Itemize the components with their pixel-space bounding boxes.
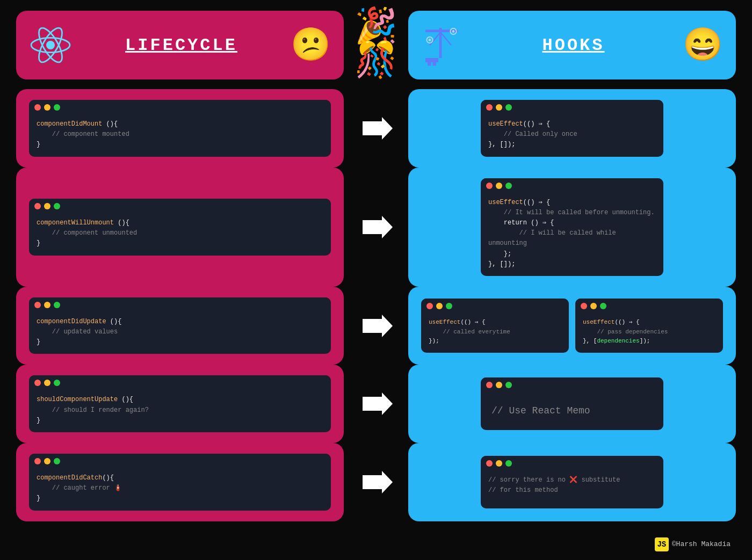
sad-emoji: 😕 (291, 25, 331, 65)
row2-hooks-code-window: useEffect(() ⇒ { // It will be called be… (481, 178, 663, 276)
row4-arrow (344, 365, 408, 443)
row4-hooks-card: // Use React Memo (408, 365, 736, 443)
tl-green-8 (505, 382, 512, 388)
row2-lifecycle-code: componentWillUnmount (){ // component un… (29, 214, 331, 256)
tl-green-3 (54, 203, 60, 209)
tl-red-8 (486, 382, 493, 388)
lifecycle-header: LIFECYCLE 😕 (16, 11, 344, 79)
svg-point-0 (46, 41, 55, 49)
traffic-lights-2 (481, 100, 663, 115)
footer-author: ©Harsh Makadia (672, 540, 731, 548)
tl-green-4 (505, 183, 512, 189)
row3-hooks-card: useEffect(() ⇒ { // called everytime });… (408, 287, 736, 365)
tl-yellow-9 (44, 458, 50, 464)
row3-lifecycle-card: componentDidUpdate (){ // updated values… (16, 287, 344, 365)
row1-lifecycle-card: componentDidMount (){ // component mount… (16, 89, 344, 168)
svg-marker-17 (363, 315, 393, 337)
svg-line-7 (440, 32, 451, 45)
svg-rect-8 (425, 58, 438, 62)
traffic-lights-4 (481, 178, 663, 193)
tl-yellow-5 (44, 302, 50, 308)
row3-hooks-code-b-window: useEffect(() ⇒ { // pass dependencies },… (575, 299, 723, 353)
row5-lifecycle-code: componentDidCatch(){ // caught error 🧯 } (29, 469, 331, 511)
row3-hooks-code-a: useEffect(() ⇒ { // called everytime }); (421, 314, 569, 353)
tl-yellow-3 (44, 203, 50, 209)
row4-lifecycle-card: shouldComponentUpdate (){ // should I re… (16, 365, 344, 443)
row2-arrow (344, 168, 408, 287)
svg-marker-19 (363, 471, 393, 493)
row1-lifecycle-code-window: componentDidMount (){ // component mount… (29, 100, 331, 157)
footer: JS ©Harsh Makadia (0, 532, 752, 557)
tl-red-7 (34, 380, 41, 386)
row3-arrow (344, 287, 408, 365)
row2-lifecycle-code-window: componentWillUnmount (){ // component un… (29, 199, 331, 256)
row1-lifecycle-code: componentDidMount (){ // component mount… (29, 115, 331, 157)
tl-yellow-4 (496, 183, 502, 189)
tl-red-9 (34, 458, 41, 464)
svg-marker-16 (363, 216, 393, 238)
lifecycle-title: LIFECYCLE (125, 35, 237, 55)
traffic-lights-8 (481, 377, 663, 392)
row4-lifecycle-code-window: shouldComponentUpdate (){ // should I re… (29, 375, 331, 432)
row3-lifecycle-code-window: componentDidUpdate (){ // updated values… (29, 297, 331, 354)
row3-dual-code: useEffect(() ⇒ { // called everytime });… (421, 299, 723, 353)
row3-hooks-code-b: useEffect(() ⇒ { // pass dependencies },… (575, 314, 723, 353)
tl-red-6a (426, 303, 433, 309)
traffic-lights-3 (29, 199, 331, 214)
traffic-lights-6a (421, 299, 569, 314)
traffic-lights-9 (29, 454, 331, 469)
hooks-title: HOOKS (542, 35, 604, 55)
row4-hooks-code-window: // Use React Memo (481, 377, 663, 430)
celebration-icons: 🎉🎊 (355, 11, 397, 79)
tl-yellow-10 (496, 460, 502, 467)
arrow-icon-4 (357, 390, 395, 417)
tl-red-6b (581, 303, 587, 309)
tl-green-6a (446, 303, 452, 309)
row1-hooks-card: useEffect(() ⇒ { // Called only once }, … (408, 89, 736, 168)
arrow-icon-5 (357, 469, 395, 496)
row1-hooks-code: useEffect(() ⇒ { // Called only once }, … (481, 115, 663, 157)
main-grid: LIFECYCLE 😕 🎉🎊 HOOKS 😄 (0, 0, 752, 532)
celebration-center: 🎉🎊 (344, 11, 408, 79)
svg-rect-10 (433, 62, 436, 66)
react-logo-icon (29, 24, 72, 67)
traffic-lights-10 (481, 456, 663, 471)
tl-green (54, 104, 60, 111)
happy-emoji: 😄 (683, 25, 723, 65)
tl-red-3 (34, 203, 41, 209)
arrow-icon-3 (357, 312, 395, 339)
row3-hooks-code-a-window: useEffect(() ⇒ { // called everytime }); (421, 299, 569, 353)
svg-marker-18 (363, 392, 393, 415)
hooks-header: HOOKS 😄 (408, 11, 736, 79)
svg-point-12 (429, 39, 431, 41)
row4-lifecycle-code: shouldComponentUpdate (){ // should I re… (29, 390, 331, 432)
arrow-icon (357, 115, 395, 142)
tl-yellow-6a (436, 303, 443, 309)
svg-line-6 (430, 32, 440, 45)
row3-lifecycle-code: componentDidUpdate (){ // updated values… (29, 312, 331, 354)
svg-rect-9 (428, 62, 431, 66)
tl-green-10 (505, 460, 512, 467)
tl-red-5 (34, 302, 41, 308)
row5-lifecycle-card: componentDidCatch(){ // caught error 🧯 } (16, 443, 344, 521)
tl-red-10 (486, 460, 493, 467)
tl-yellow-7 (44, 380, 50, 386)
tl-red-2 (486, 104, 493, 111)
tl-yellow (44, 104, 50, 111)
arrow-icon-2 (357, 214, 395, 241)
js-badge: JS (655, 537, 669, 551)
tl-green-5 (54, 302, 60, 308)
row1-arrow (344, 89, 408, 168)
tl-yellow-2 (496, 104, 502, 111)
traffic-lights-5 (29, 297, 331, 312)
svg-marker-15 (363, 117, 393, 140)
row1-hooks-code-window: useEffect(() ⇒ { // Called only once }, … (481, 100, 663, 157)
tl-yellow-8 (496, 382, 502, 388)
svg-point-14 (452, 30, 455, 33)
row5-hooks-card: // sorry there is no ❌ substitute // for… (408, 443, 736, 521)
tl-green-6b (600, 303, 606, 309)
tl-green-7 (54, 380, 60, 386)
row2-hooks-card: useEffect(() ⇒ { // It will be called be… (408, 168, 736, 287)
traffic-lights (29, 100, 331, 115)
traffic-lights-6b (575, 299, 723, 314)
